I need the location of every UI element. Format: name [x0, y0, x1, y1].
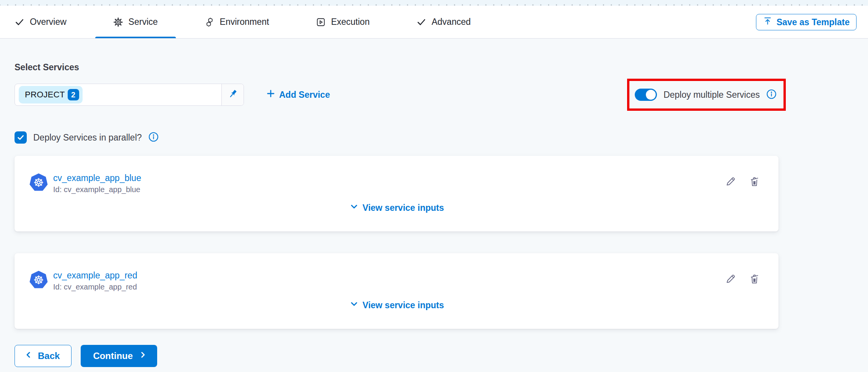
service-name-link[interactable]: cv_example_app_blue — [53, 173, 141, 183]
tab-overview[interactable]: Overview — [15, 6, 67, 38]
checkbox-check-icon — [16, 133, 25, 142]
add-service-button[interactable]: Add Service — [266, 89, 330, 100]
pipeline-canvas-strip — [0, 0, 868, 6]
service-name-block: cv_example_app_red Id: cv_example_app_re… — [53, 271, 137, 291]
deploy-multiple-services-label: Deploy multiple Services — [663, 90, 760, 100]
save-as-template-label: Save as Template — [777, 17, 850, 27]
continue-button[interactable]: Continue — [81, 345, 157, 367]
k8s-wheel-glyph: ☸ — [33, 274, 44, 286]
chevron-down-icon — [349, 202, 359, 214]
edit-service-icon[interactable] — [724, 175, 737, 189]
wizard-footer: Back Continue — [15, 345, 868, 367]
edit-service-icon[interactable] — [724, 272, 737, 287]
k8s-wheel-glyph: ☸ — [33, 177, 44, 189]
project-scope-chip[interactable]: PROJECT 2 — [19, 86, 83, 104]
pin-icon — [227, 88, 239, 101]
service-tab-content: Select Services PROJECT 2 — [0, 39, 868, 367]
deploy-multiple-services-toggle[interactable] — [635, 89, 657, 101]
tab-advanced[interactable]: Advanced — [416, 6, 471, 38]
tab-label: Overview — [30, 17, 67, 27]
view-service-inputs-label: View service inputs — [362, 203, 444, 213]
stage-tabbar: Overview Service Environment — [0, 6, 868, 39]
continue-label: Continue — [93, 351, 133, 361]
service-card: ☸ cv_example_app_blue Id: cv_example_app… — [15, 156, 779, 231]
service-name-link[interactable]: cv_example_app_red — [53, 271, 137, 280]
add-service-label: Add Service — [279, 90, 330, 100]
deploy-multiple-highlight-box: Deploy multiple Services — [627, 79, 786, 111]
deploy-parallel-checkbox[interactable] — [15, 131, 27, 144]
back-button[interactable]: Back — [15, 345, 72, 367]
save-as-template-button[interactable]: Save as Template — [756, 14, 857, 30]
deploy-parallel-label: Deploy Services in parallel? — [33, 133, 142, 143]
chevron-down-icon — [349, 299, 359, 311]
service-id-text: Id: cv_example_app_red — [53, 283, 137, 291]
upload-icon — [763, 16, 772, 28]
chevron-right-icon — [138, 350, 147, 362]
check-icon — [416, 17, 426, 27]
delete-service-icon[interactable] — [748, 272, 761, 287]
delete-service-icon[interactable] — [748, 175, 761, 189]
service-card-actions — [724, 272, 761, 287]
pin-toggle[interactable] — [221, 84, 244, 105]
tab-execution[interactable]: Execution — [316, 6, 370, 38]
tab-label: Advanced — [432, 17, 471, 27]
tab-label: Environment — [220, 17, 269, 27]
select-services-label: Select Services — [15, 62, 868, 73]
parallel-deploy-row: Deploy Services in parallel? — [15, 131, 868, 144]
info-icon[interactable] — [766, 89, 777, 101]
check-icon — [15, 17, 24, 27]
kubernetes-icon: ☸ — [29, 271, 48, 289]
back-label: Back — [38, 351, 60, 361]
view-service-inputs-toggle[interactable]: View service inputs — [15, 299, 779, 311]
services-multiselect-input[interactable]: PROJECT 2 — [15, 84, 244, 106]
service-controls-row: PROJECT 2 Add Service — [15, 79, 786, 111]
tab-environment[interactable]: Environment — [205, 6, 269, 38]
toggle-knob — [646, 90, 656, 100]
kubernetes-icon: ☸ — [29, 173, 48, 192]
tab-service[interactable]: Service — [113, 6, 158, 38]
tab-label: Service — [128, 17, 158, 27]
view-service-inputs-label: View service inputs — [362, 300, 444, 311]
hexagons-icon — [205, 17, 215, 27]
service-name-block: cv_example_app_blue Id: cv_example_app_b… — [53, 173, 141, 194]
chip-count-badge: 2 — [68, 89, 79, 100]
selected-chips: PROJECT 2 — [15, 86, 221, 104]
service-card-header: ☸ cv_example_app_red Id: cv_example_app_… — [29, 271, 761, 291]
service-card-actions — [724, 175, 761, 189]
tab-label: Execution — [331, 17, 370, 27]
chip-label: PROJECT — [25, 90, 65, 100]
service-id-text: Id: cv_example_app_blue — [53, 185, 141, 194]
plus-icon — [266, 89, 275, 100]
view-service-inputs-toggle[interactable]: View service inputs — [15, 202, 779, 214]
info-icon[interactable] — [148, 132, 159, 144]
service-card: ☸ cv_example_app_red Id: cv_example_app_… — [15, 253, 779, 329]
chevron-left-icon — [24, 350, 33, 362]
service-card-header: ☸ cv_example_app_blue Id: cv_example_app… — [29, 173, 761, 194]
play-square-icon — [316, 17, 326, 27]
gear-icon — [113, 17, 123, 27]
